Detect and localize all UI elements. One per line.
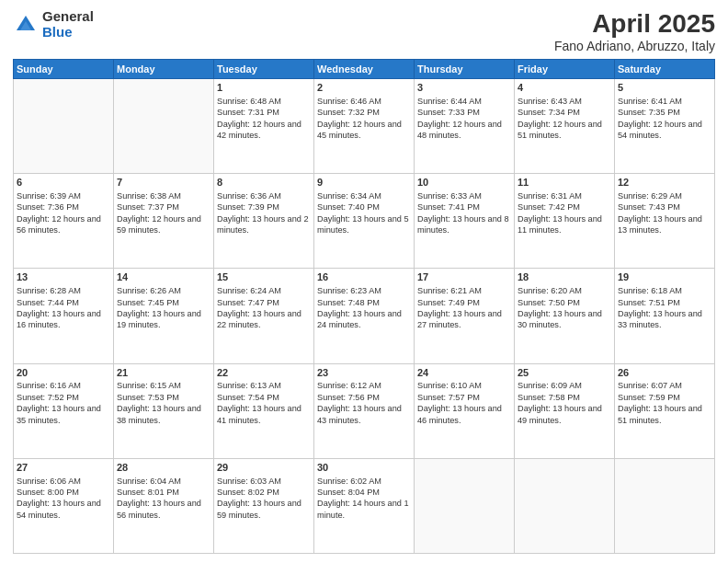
sunset-text: Sunset: 7:37 PM	[117, 201, 210, 213]
sunrise-text: Sunrise: 6:13 AM	[217, 380, 311, 391]
daylight-text: Daylight: 13 hours and 8 minutes.	[417, 213, 511, 236]
title-block: April 2025 Fano Adriano, Abruzzo, Italy	[554, 9, 715, 53]
sunset-text: Sunset: 7:53 PM	[117, 392, 210, 403]
day-number: 2	[317, 81, 411, 95]
calendar-cell: 19Sunrise: 6:18 AMSunset: 7:51 PMDayligh…	[615, 269, 715, 363]
sunset-text: Sunset: 8:04 PM	[317, 487, 411, 498]
day-number: 8	[217, 176, 311, 190]
calendar-cell: 24Sunrise: 6:10 AMSunset: 7:57 PMDayligh…	[415, 363, 515, 458]
sunset-text: Sunset: 7:59 PM	[618, 392, 711, 403]
sunrise-text: Sunrise: 6:03 AM	[217, 476, 311, 487]
sunset-text: Sunset: 8:00 PM	[17, 487, 110, 498]
sunset-text: Sunset: 7:49 PM	[417, 297, 511, 308]
daylight-text: Daylight: 13 hours and 13 minutes.	[618, 213, 711, 236]
daylight-text: Daylight: 12 hours and 59 minutes.	[117, 213, 210, 236]
calendar-week-1: 1Sunrise: 6:48 AMSunset: 7:31 PMDaylight…	[14, 79, 715, 174]
sunset-text: Sunset: 7:40 PM	[317, 201, 411, 213]
sunrise-text: Sunrise: 6:39 AM	[17, 190, 110, 201]
sunset-text: Sunset: 7:41 PM	[417, 201, 511, 213]
daylight-text: Daylight: 13 hours and 41 minutes.	[217, 403, 311, 426]
day-number: 16	[317, 270, 411, 284]
calendar-cell: 26Sunrise: 6:07 AMSunset: 7:59 PMDayligh…	[615, 363, 715, 458]
sunset-text: Sunset: 7:51 PM	[618, 297, 711, 308]
sunset-text: Sunset: 7:58 PM	[518, 392, 611, 403]
day-number: 11	[518, 176, 611, 190]
day-number: 15	[217, 270, 311, 284]
sunset-text: Sunset: 7:42 PM	[518, 201, 611, 213]
day-number: 1	[217, 81, 311, 95]
sunset-text: Sunset: 7:35 PM	[618, 107, 711, 118]
sunrise-text: Sunrise: 6:31 AM	[518, 190, 611, 201]
day-number: 25	[518, 366, 611, 380]
sunrise-text: Sunrise: 6:48 AM	[217, 96, 311, 107]
daylight-text: Daylight: 13 hours and 11 minutes.	[518, 213, 611, 236]
day-number: 10	[417, 176, 511, 190]
day-number: 18	[518, 270, 611, 284]
sunrise-text: Sunrise: 6:16 AM	[17, 380, 110, 391]
daylight-text: Daylight: 13 hours and 46 minutes.	[417, 403, 511, 426]
sunrise-text: Sunrise: 6:15 AM	[117, 380, 210, 391]
calendar-cell: 25Sunrise: 6:09 AMSunset: 7:58 PMDayligh…	[515, 363, 615, 458]
logo-general-text: General	[42, 9, 94, 25]
calendar-cell: 18Sunrise: 6:20 AMSunset: 7:50 PMDayligh…	[515, 269, 615, 363]
sunrise-text: Sunrise: 6:12 AM	[317, 380, 411, 391]
logo-icon	[13, 12, 39, 38]
day-number: 28	[117, 461, 210, 475]
sunrise-text: Sunrise: 6:36 AM	[217, 190, 311, 201]
sunset-text: Sunset: 7:34 PM	[518, 107, 611, 118]
daylight-text: Daylight: 12 hours and 45 minutes.	[317, 119, 411, 142]
day-number: 3	[417, 81, 511, 95]
sunset-text: Sunset: 7:52 PM	[17, 392, 110, 403]
header-sunday: Sunday	[14, 60, 114, 79]
daylight-text: Daylight: 13 hours and 56 minutes.	[117, 498, 210, 521]
daylight-text: Daylight: 13 hours and 22 minutes.	[217, 308, 311, 331]
calendar-cell: 5Sunrise: 6:41 AMSunset: 7:35 PMDaylight…	[615, 79, 715, 174]
sunrise-text: Sunrise: 6:23 AM	[317, 285, 411, 296]
calendar-cell: 10Sunrise: 6:33 AMSunset: 7:41 PMDayligh…	[415, 174, 515, 269]
sunset-text: Sunset: 8:01 PM	[117, 487, 210, 498]
daylight-text: Daylight: 12 hours and 54 minutes.	[618, 119, 711, 142]
daylight-text: Daylight: 14 hours and 1 minute.	[317, 498, 411, 521]
sunrise-text: Sunrise: 6:29 AM	[618, 190, 711, 201]
sunset-text: Sunset: 7:45 PM	[117, 297, 210, 308]
daylight-text: Daylight: 13 hours and 38 minutes.	[117, 403, 210, 426]
day-number: 19	[618, 270, 711, 284]
calendar-week-5: 27Sunrise: 6:06 AMSunset: 8:00 PMDayligh…	[14, 458, 715, 553]
logo-text: General Blue	[42, 9, 94, 40]
calendar-week-3: 13Sunrise: 6:28 AMSunset: 7:44 PMDayligh…	[14, 269, 715, 363]
header: General Blue April 2025 Fano Adriano, Ab…	[13, 9, 715, 53]
sunrise-text: Sunrise: 6:06 AM	[17, 476, 110, 487]
sunset-text: Sunset: 7:56 PM	[317, 392, 411, 403]
day-number: 13	[17, 270, 110, 284]
daylight-text: Daylight: 13 hours and 2 minutes.	[217, 213, 311, 236]
daylight-text: Daylight: 13 hours and 35 minutes.	[17, 403, 110, 426]
daylight-text: Daylight: 13 hours and 16 minutes.	[17, 308, 110, 331]
daylight-text: Daylight: 13 hours and 24 minutes.	[317, 308, 411, 331]
daylight-text: Daylight: 13 hours and 5 minutes.	[317, 213, 411, 236]
calendar-week-2: 6Sunrise: 6:39 AMSunset: 7:36 PMDaylight…	[14, 174, 715, 269]
day-number: 29	[217, 461, 311, 475]
day-number: 27	[17, 461, 110, 475]
day-number: 17	[417, 270, 511, 284]
header-tuesday: Tuesday	[214, 60, 314, 79]
header-friday: Friday	[515, 60, 615, 79]
day-number: 7	[117, 176, 210, 190]
calendar-cell: 12Sunrise: 6:29 AMSunset: 7:43 PMDayligh…	[615, 174, 715, 269]
day-number: 24	[417, 366, 511, 380]
daylight-text: Daylight: 12 hours and 42 minutes.	[217, 119, 311, 142]
calendar-cell: 29Sunrise: 6:03 AMSunset: 8:02 PMDayligh…	[214, 458, 314, 553]
sunrise-text: Sunrise: 6:28 AM	[17, 285, 110, 296]
day-number: 30	[317, 461, 411, 475]
sunset-text: Sunset: 7:57 PM	[417, 392, 511, 403]
calendar-cell: 22Sunrise: 6:13 AMSunset: 7:54 PMDayligh…	[214, 363, 314, 458]
location-title: Fano Adriano, Abruzzo, Italy	[554, 39, 715, 53]
calendar-cell	[14, 79, 114, 174]
calendar-cell: 8Sunrise: 6:36 AMSunset: 7:39 PMDaylight…	[214, 174, 314, 269]
sunset-text: Sunset: 7:32 PM	[317, 107, 411, 118]
sunset-text: Sunset: 7:47 PM	[217, 297, 311, 308]
calendar-cell	[515, 458, 615, 553]
daylight-text: Daylight: 13 hours and 19 minutes.	[117, 308, 210, 331]
daylight-text: Daylight: 13 hours and 54 minutes.	[17, 498, 110, 521]
calendar-cell: 16Sunrise: 6:23 AMSunset: 7:48 PMDayligh…	[314, 269, 415, 363]
sunrise-text: Sunrise: 6:18 AM	[618, 285, 711, 296]
